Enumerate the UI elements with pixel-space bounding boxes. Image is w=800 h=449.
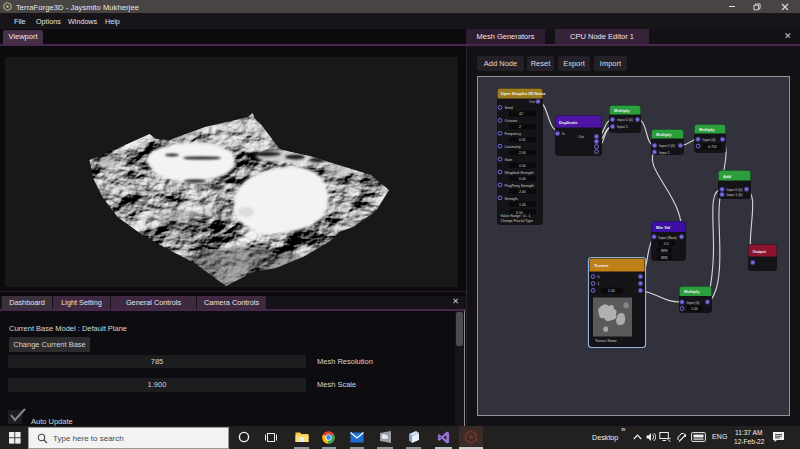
svg-text:Input 0 (0): Input 0 (0) bbox=[727, 188, 743, 192]
svg-text:Out: Out bbox=[529, 100, 535, 104]
svg-text:Frequency: Frequency bbox=[505, 132, 522, 136]
svg-text:Strength: Strength bbox=[505, 197, 518, 201]
svg-text:Output: Output bbox=[753, 249, 767, 254]
svg-text:Multiply: Multiply bbox=[699, 127, 715, 132]
svg-text:Open Simplex 2D Noise: Open Simplex 2D Noise bbox=[501, 91, 547, 96]
svg-text:Texture: Texture bbox=[594, 263, 609, 268]
svg-text:Add: Add bbox=[723, 174, 731, 179]
svg-text:Texture Name: Texture Name bbox=[595, 339, 617, 343]
svg-text:1.00: 1.00 bbox=[519, 203, 526, 207]
svg-text:0: 0 bbox=[598, 275, 600, 279]
svg-text:PingPong Strength: PingPong Strength bbox=[505, 184, 534, 188]
svg-text:42: 42 bbox=[519, 112, 523, 116]
svg-text:Input 0 (0): Input 0 (0) bbox=[659, 144, 675, 148]
svg-text:MIN: MIN bbox=[661, 256, 668, 260]
svg-text:Duplicate: Duplicate bbox=[559, 120, 578, 125]
svg-text:Change Fractal Type: Change Fractal Type bbox=[501, 219, 533, 223]
svg-text:2.00: 2.00 bbox=[519, 190, 526, 194]
svg-text:Multiply: Multiply bbox=[656, 132, 672, 137]
svg-text:Value Range : 0 - 1: Value Range : 0 - 1 bbox=[501, 214, 531, 218]
svg-text:Multiply: Multiply bbox=[684, 289, 700, 294]
svg-text:Input (0): Input (0) bbox=[703, 138, 716, 142]
svg-text:2.00: 2.00 bbox=[519, 151, 526, 155]
svg-text:1.00: 1.00 bbox=[691, 307, 698, 311]
svg-text:Min Val: Min Val bbox=[656, 225, 670, 230]
svg-text:Input 1 (0): Input 1 (0) bbox=[727, 193, 743, 197]
svg-text:MIN: MIN bbox=[661, 249, 668, 253]
svg-text:1.00: 1.00 bbox=[608, 289, 615, 293]
svg-text:Multiply: Multiply bbox=[614, 108, 630, 113]
svg-text:Weighted Strength: Weighted Strength bbox=[505, 171, 534, 175]
svg-text:Input 0 (0): Input 0 (0) bbox=[617, 118, 633, 122]
svg-text:Input (New): Input (New) bbox=[659, 236, 677, 240]
svg-text:1: 1 bbox=[598, 282, 600, 286]
svg-text:0.50: 0.50 bbox=[519, 164, 526, 168]
svg-text:Seed: Seed bbox=[505, 106, 513, 110]
svg-text:Input 1: Input 1 bbox=[617, 125, 628, 129]
svg-text:Out: Out bbox=[578, 135, 584, 139]
svg-text:0.750: 0.750 bbox=[708, 145, 717, 149]
svg-text:Octaves: Octaves bbox=[505, 119, 518, 123]
svg-text:Gain: Gain bbox=[505, 158, 512, 162]
svg-text:Input 1: Input 1 bbox=[659, 151, 670, 155]
svg-text:0.01: 0.01 bbox=[519, 138, 526, 142]
svg-text:In: In bbox=[562, 132, 565, 136]
svg-text:-0.5: -0.5 bbox=[663, 242, 669, 246]
svg-text:2: 2 bbox=[519, 125, 521, 129]
svg-text:Lacunarity: Lacunarity bbox=[505, 145, 521, 149]
svg-text:Input (0): Input (0) bbox=[687, 301, 700, 305]
svg-text:0.00: 0.00 bbox=[519, 177, 526, 181]
